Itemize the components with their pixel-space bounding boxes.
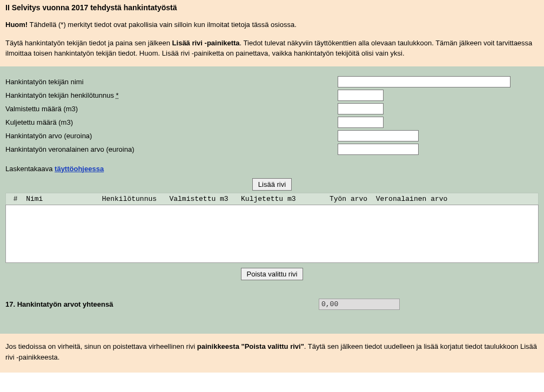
transported-label: Kuljetettu määrä (m3) bbox=[5, 118, 338, 126]
ssn-label: Hankintatyön tekijän henkilötunnus * bbox=[5, 91, 338, 99]
ssn-input[interactable] bbox=[338, 90, 384, 101]
calc-text: Laskentakaava bbox=[5, 165, 55, 173]
name-label: Hankintatyön tekijän nimi bbox=[5, 78, 338, 86]
note-paragraph: Huom! Tähdellä (*) merkityt tiedot ovat … bbox=[5, 19, 539, 30]
taxable-input[interactable] bbox=[338, 144, 419, 155]
instr-pre: Täytä hankintatyön tekijän tiedot ja pai… bbox=[5, 39, 172, 47]
instructions-link[interactable]: täyttöohjeessa bbox=[55, 165, 104, 173]
totals-output bbox=[319, 299, 400, 310]
taxable-label: Hankintatyön veronalainen arvo (euroina) bbox=[5, 145, 338, 153]
manufactured-label: Valmistettu määrä (m3) bbox=[5, 105, 338, 113]
instr-bold: Lisää rivi -painiketta bbox=[172, 39, 240, 47]
note-prefix: Huom! bbox=[5, 21, 28, 29]
section-title: II Selvitys vuonna 2017 tehdystä hankint… bbox=[5, 3, 539, 12]
rows-listbox[interactable] bbox=[5, 205, 539, 263]
required-asterisk: * bbox=[116, 91, 119, 99]
calc-line: Laskentakaava täyttöohjeessa bbox=[5, 165, 539, 173]
add-row-button[interactable]: Lisää rivi bbox=[252, 178, 292, 191]
remove-row-button[interactable]: Poista valittu rivi bbox=[241, 268, 304, 280]
name-input[interactable] bbox=[338, 76, 511, 87]
instructions-paragraph: Täytä hankintatyön tekijän tiedot ja pai… bbox=[5, 38, 539, 59]
value-input[interactable] bbox=[338, 130, 419, 141]
footer-bold: painikkeesta "Poista valittu rivi" bbox=[197, 342, 304, 350]
transported-input[interactable] bbox=[338, 117, 384, 128]
manufactured-input[interactable] bbox=[338, 103, 384, 114]
note-body: Tähdellä (*) merkityt tiedot ovat pakoll… bbox=[28, 21, 297, 29]
table-header: # Nimi Henkilötunnus Valmistettu m3 Kulj… bbox=[5, 193, 539, 205]
ssn-label-text: Hankintatyön tekijän henkilötunnus bbox=[5, 91, 116, 99]
totals-label: 17. Hankintatyön arvot yhteensä bbox=[5, 300, 319, 308]
footer-pre: Jos tiedoissa on virheitä, sinun on pois… bbox=[5, 342, 197, 350]
footer-note: Jos tiedoissa on virheitä, sinun on pois… bbox=[0, 334, 544, 373]
value-label: Hankintatyön arvo (euroina) bbox=[5, 132, 338, 140]
